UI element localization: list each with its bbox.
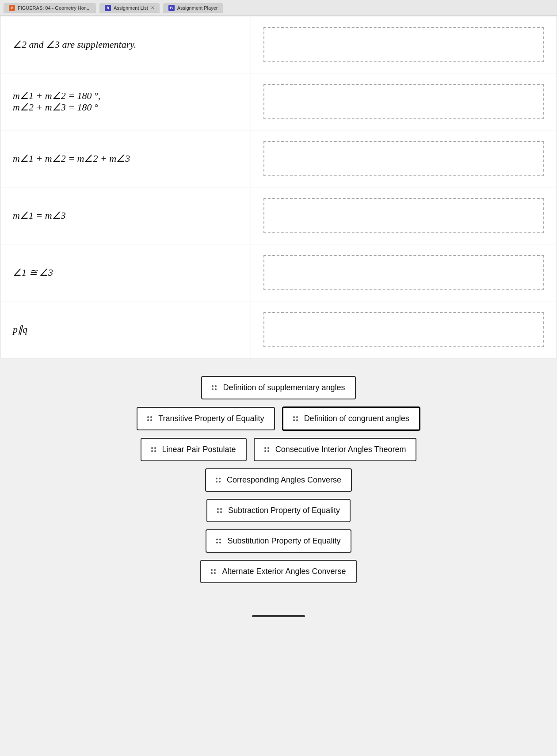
drag-item-label: Definition of congruent angles xyxy=(304,414,409,423)
statement-cell: ∠2 and ∠3 are supplementary. xyxy=(0,16,251,73)
bottom-bar xyxy=(0,610,557,623)
drag-item-transitive[interactable]: Transitive Property of Equality xyxy=(137,407,275,430)
drag-row-4: Corresponding Angles Converse xyxy=(205,468,352,492)
drag-item-linear-pair[interactable]: Linear Pair Postulate xyxy=(141,438,247,461)
drag-item-label: Transitive Property of Equality xyxy=(158,414,264,423)
tab-figueras-label: FIGUERAS: 04 - Geometry Hon... xyxy=(18,5,91,11)
drop-zone[interactable] xyxy=(263,141,544,176)
drag-item-substitution[interactable]: Substitution Property of Equality xyxy=(206,529,351,553)
statement-cell: m∠1 + m∠2 = m∠2 + m∠3 xyxy=(0,130,251,187)
statement-text: m∠1 = m∠3 xyxy=(13,210,66,221)
statement-text: p∥q xyxy=(13,324,27,335)
statement-text-2: m∠2 + m∠3 = 180 ° xyxy=(13,102,98,113)
main-content: ∠2 and ∠3 are supplementary. m∠1 + m∠2 =… xyxy=(0,16,557,623)
drag-handle-icon xyxy=(212,385,217,390)
drag-item-label: Subtraction Property of Equality xyxy=(228,506,340,515)
drag-row-6: Substitution Property of Equality xyxy=(206,529,351,553)
drag-handle-icon xyxy=(151,447,156,452)
drag-item-corresponding-angles[interactable]: Corresponding Angles Converse xyxy=(205,468,352,492)
drop-zone[interactable] xyxy=(263,27,544,62)
tab-assignment-list[interactable]: b Assignment List ✕ xyxy=(99,3,160,13)
drag-item-consecutive-interior[interactable]: Consecutive Interior Angles Theorem xyxy=(254,438,417,461)
tab-figueras[interactable]: P FIGUERAS: 04 - Geometry Hon... xyxy=(4,3,96,13)
drag-item-label: Substitution Property of Equality xyxy=(227,536,340,546)
browser-bar: P FIGUERAS: 04 - Geometry Hon... b Assig… xyxy=(0,0,557,16)
drop-zone[interactable] xyxy=(263,84,544,119)
statement-text: ∠1 ≅ ∠3 xyxy=(13,267,53,278)
drag-handle-icon xyxy=(293,416,298,421)
drag-handle-icon xyxy=(216,478,221,482)
drag-items-area: Definition of supplementary angles Trans… xyxy=(0,358,557,610)
drag-item-label: Corresponding Angles Converse xyxy=(227,475,341,485)
drag-item-definition-supplementary[interactable]: Definition of supplementary angles xyxy=(201,376,355,399)
bottom-indicator xyxy=(252,615,305,617)
drag-handle-icon xyxy=(217,508,222,513)
drag-handle-icon xyxy=(264,447,269,452)
table-row: m∠1 + m∠2 = m∠2 + m∠3 xyxy=(0,130,557,187)
reason-cell[interactable] xyxy=(251,73,557,130)
drop-zone[interactable] xyxy=(263,198,544,233)
proof-table: ∠2 and ∠3 are supplementary. m∠1 + m∠2 =… xyxy=(0,16,557,358)
tab-figueras-icon: P xyxy=(9,5,15,11)
statement-cell: m∠1 + m∠2 = 180 °, m∠2 + m∠3 = 180 ° xyxy=(0,73,251,130)
statement-text: ∠2 and ∠3 are supplementary. xyxy=(13,39,136,50)
drag-handle-icon xyxy=(216,539,221,543)
drag-item-label: Consecutive Interior Angles Theorem xyxy=(275,445,406,454)
reason-cell[interactable] xyxy=(251,130,557,187)
reason-cell[interactable] xyxy=(251,244,557,301)
drag-handle-icon xyxy=(147,416,152,421)
drag-row-1: Definition of supplementary angles xyxy=(201,376,355,399)
drag-row-7: Alternate Exterior Angles Converse xyxy=(200,560,356,583)
drag-item-label: Definition of supplementary angles xyxy=(223,383,345,392)
statement-text: m∠1 + m∠2 = 180 °, xyxy=(13,90,100,101)
statement-text: m∠1 + m∠2 = m∠2 + m∠3 xyxy=(13,153,130,164)
table-row: m∠1 = m∠3 xyxy=(0,187,557,244)
reason-cell[interactable] xyxy=(251,301,557,358)
statement-cell: ∠1 ≅ ∠3 xyxy=(0,244,251,301)
reason-cell[interactable] xyxy=(251,16,557,73)
drag-row-2: Transitive Property of Equality Definiti… xyxy=(137,406,420,431)
drag-item-subtraction[interactable]: Subtraction Property of Equality xyxy=(206,499,351,522)
drag-row-3: Linear Pair Postulate Consecutive Interi… xyxy=(141,438,417,461)
drag-item-alternate-exterior[interactable]: Alternate Exterior Angles Converse xyxy=(200,560,356,583)
table-row: p∥q xyxy=(0,301,557,358)
drop-zone[interactable] xyxy=(263,312,544,347)
drag-item-label: Linear Pair Postulate xyxy=(162,445,236,454)
drag-items-container: Definition of supplementary angles Trans… xyxy=(9,376,548,583)
drag-row-5: Subtraction Property of Equality xyxy=(206,499,351,522)
tab-assignment-player[interactable]: B Assignment Player xyxy=(163,3,223,13)
drop-zone[interactable] xyxy=(263,255,544,290)
tab-assignment-list-icon: b xyxy=(105,5,111,11)
statement-cell: m∠1 = m∠3 xyxy=(0,187,251,244)
table-row: m∠1 + m∠2 = 180 °, m∠2 + m∠3 = 180 ° xyxy=(0,73,557,130)
table-row: ∠2 and ∠3 are supplementary. xyxy=(0,16,557,73)
table-row: ∠1 ≅ ∠3 xyxy=(0,244,557,301)
tab-assignment-list-close[interactable]: ✕ xyxy=(151,5,154,10)
tab-assignment-list-label: Assignment List xyxy=(114,5,148,11)
tab-assignment-player-icon: B xyxy=(168,5,175,11)
reason-cell[interactable] xyxy=(251,187,557,244)
drag-item-definition-congruent[interactable]: Definition of congruent angles xyxy=(282,406,420,431)
statement-cell: p∥q xyxy=(0,301,251,358)
tab-assignment-player-label: Assignment Player xyxy=(177,5,218,11)
drag-handle-icon xyxy=(211,569,216,574)
drag-item-label: Alternate Exterior Angles Converse xyxy=(222,567,346,576)
